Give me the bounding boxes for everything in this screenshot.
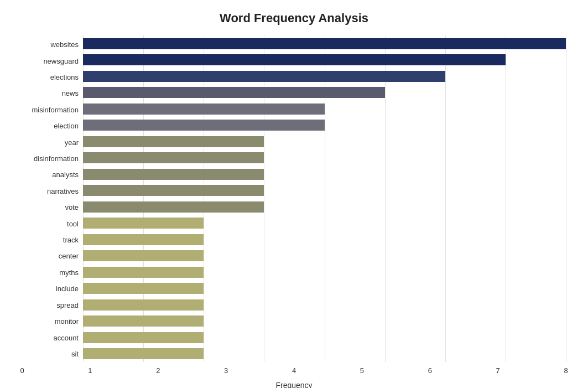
y-label: track: [22, 232, 83, 248]
bar: [83, 87, 385, 98]
bar-row: [83, 297, 566, 313]
bar-row: [83, 68, 566, 85]
bar-row: [83, 329, 566, 346]
bar: [83, 299, 204, 311]
y-labels: websitesnewsguardelectionsnewsmisinforma…: [22, 35, 83, 362]
y-label: spread: [22, 297, 83, 313]
y-label: year: [22, 134, 83, 150]
y-label: election: [22, 118, 83, 134]
y-label: tool: [22, 215, 83, 231]
bar-row: [83, 183, 566, 199]
x-tick-label: 3: [224, 366, 228, 375]
bar-row: [83, 133, 566, 150]
bar: [83, 283, 204, 294]
y-label: misinformation: [22, 102, 83, 118]
bar: [83, 152, 264, 163]
bar: [83, 54, 506, 65]
bar: [83, 234, 204, 245]
x-tick-label: 5: [360, 366, 364, 375]
x-tick-label: 8: [564, 366, 568, 375]
y-label: myths: [22, 265, 83, 281]
bar: [83, 38, 566, 49]
y-label: elections: [22, 69, 83, 85]
chart-title: Word Frequency Analysis: [22, 11, 566, 25]
grid-line: [566, 35, 566, 362]
y-label: narratives: [22, 183, 83, 199]
grid-and-bars: [83, 35, 566, 362]
bar-row: [83, 346, 566, 363]
x-tick-label: 6: [428, 366, 432, 375]
bar-row: [83, 199, 566, 215]
y-label: sit: [22, 346, 83, 362]
bar-row: [83, 150, 566, 167]
chart-area: websitesnewsguardelectionsnewsmisinforma…: [22, 35, 566, 362]
bar-row: [83, 215, 566, 232]
y-label: newsguard: [22, 53, 83, 69]
x-tick-label: 2: [156, 366, 160, 375]
bar: [83, 332, 204, 343]
bar: [83, 185, 264, 196]
bar: [83, 201, 264, 213]
bar-row: [83, 117, 566, 134]
bar-row: [83, 52, 566, 69]
bar: [83, 218, 204, 229]
bar: [83, 104, 325, 115]
y-label: news: [22, 85, 83, 101]
chart-container: Word Frequency Analysis websitesnewsguar…: [0, 0, 588, 388]
bar: [83, 169, 264, 180]
bar: [83, 120, 325, 131]
y-label: include: [22, 281, 83, 297]
bar-row: [83, 248, 566, 265]
bar-row: [83, 313, 566, 330]
bar: [83, 250, 204, 261]
bar: [83, 136, 264, 147]
bar-row: [83, 264, 566, 281]
y-label: account: [22, 329, 83, 345]
x-tick-label: 4: [292, 366, 296, 375]
bar-row: [83, 35, 566, 52]
bar-row: [83, 166, 566, 183]
x-axis-title: Frequency: [22, 381, 566, 388]
y-label: monitor: [22, 313, 83, 329]
plot-area: [83, 35, 566, 362]
y-label: disinformation: [22, 151, 83, 167]
bar: [83, 348, 204, 359]
bar-row: [83, 101, 566, 117]
x-axis-row: 012345678: [22, 366, 566, 377]
y-label: websites: [22, 37, 83, 53]
bar: [83, 71, 445, 82]
bar: [83, 267, 204, 278]
y-label: analysts: [22, 167, 83, 183]
bar-row: [83, 231, 566, 248]
x-tick-label: 7: [496, 366, 500, 375]
y-label: vote: [22, 199, 83, 215]
x-tick-label: 1: [88, 366, 92, 375]
bar-row: [83, 85, 566, 101]
bar: [83, 315, 204, 327]
x-tick-label: 0: [20, 366, 24, 375]
y-label: center: [22, 248, 83, 264]
bars-container: [83, 35, 566, 362]
bar-row: [83, 281, 566, 297]
